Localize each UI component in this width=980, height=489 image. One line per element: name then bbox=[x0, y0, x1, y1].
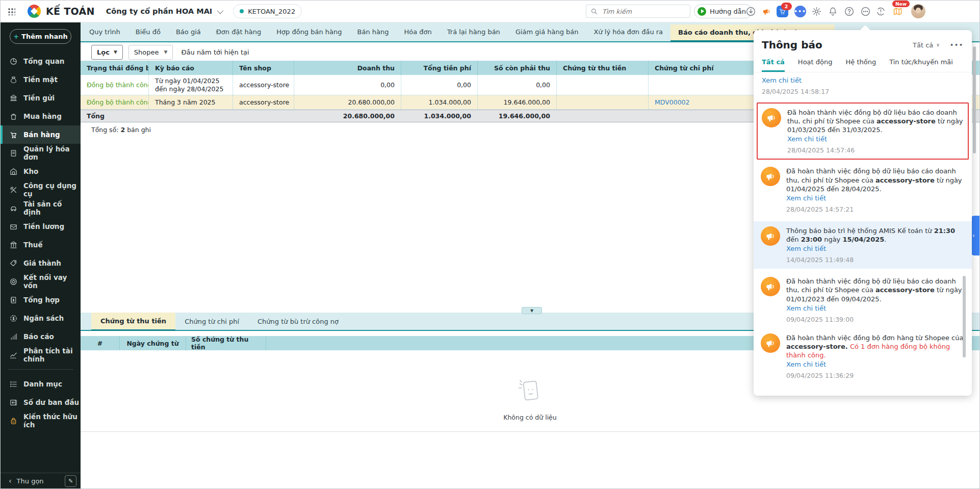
quick-add-button[interactable]: + Thêm nhanh bbox=[10, 29, 71, 44]
col-so-chung-tu[interactable]: Số chứng từ thu tiền bbox=[186, 336, 266, 350]
sidebar-item-tien-mat[interactable]: Tiền mặt bbox=[1, 70, 81, 89]
sidebar-item-ket-noi-vay-von[interactable]: Kết nối vay vốn bbox=[1, 272, 81, 291]
bell-icon[interactable] bbox=[827, 5, 839, 17]
sidebar-item-mua-hang[interactable]: Mua hàng bbox=[1, 107, 81, 125]
tab-giam-gia-hang-ban[interactable]: Giảm giá hàng bán bbox=[508, 22, 586, 41]
sidebar-item-cong-cu-dung-cu[interactable]: Công cụ dụng cụ bbox=[1, 181, 81, 199]
sync-status-icon[interactable] bbox=[874, 5, 887, 17]
notification-item[interactable]: Đã hoàn thành việc đồng bộ dữ liệu báo c… bbox=[754, 272, 972, 328]
col-ky-bao-cao[interactable]: Kỳ báo cáo bbox=[148, 61, 233, 75]
detail-link[interactable]: Xem chi tiết bbox=[786, 194, 965, 202]
sidebar-item-tai-san-co-dinh[interactable]: Tài sản cố định bbox=[1, 199, 81, 217]
tab-quy-trinh[interactable]: Quy trình bbox=[82, 22, 128, 41]
notification-item-unread[interactable]: Thông báo bảo trì hệ thống AMIS Kế toán … bbox=[754, 221, 972, 269]
sidebar-item-ngan-sach[interactable]: Ngân sách bbox=[1, 309, 81, 327]
sidebar-item-danh-muc[interactable]: Danh mục bbox=[1, 375, 81, 393]
tab-chung-tu-thu-tien[interactable]: Chứng từ thu tiền bbox=[91, 313, 175, 331]
content-bottom-divider bbox=[81, 431, 979, 432]
sidebar-item-bao-cao[interactable]: Báo cáo bbox=[1, 327, 81, 346]
pane-collapse-button[interactable]: ▼ bbox=[522, 307, 542, 314]
notification-item[interactable]: Đã hoàn thành việc đồng bộ đơn hàng từ S… bbox=[754, 328, 972, 378]
help-icon[interactable] bbox=[843, 5, 855, 17]
download-icon[interactable] bbox=[744, 5, 757, 17]
col-ngay-chung-tu[interactable]: Ngày chứng từ bbox=[119, 336, 186, 350]
sidebar-collapse-button[interactable]: ‹ Thu gọn ✎ bbox=[1, 473, 81, 488]
sidebar-item-phan-tich-tai-chinh[interactable]: Phân tích tài chính bbox=[1, 346, 81, 364]
edit-menu-icon[interactable]: ✎ bbox=[65, 475, 76, 487]
col-index[interactable]: # bbox=[81, 336, 119, 350]
tab-bieu-do[interactable]: Biểu đồ bbox=[128, 22, 168, 41]
col-ten-shop[interactable]: Tên shop bbox=[233, 61, 294, 75]
col-doanh-thu[interactable]: Doanh thu bbox=[294, 61, 401, 75]
workspace-status-dot bbox=[240, 9, 244, 13]
sidebar-item-tien-luong[interactable]: Tiền lương bbox=[1, 217, 81, 236]
notification-filter-dropdown[interactable]: Tất cả ∨ bbox=[913, 41, 940, 49]
col-chung-tu-thu-tien[interactable]: Chứng từ thu tiền bbox=[556, 61, 648, 75]
backpack-icon bbox=[9, 417, 18, 425]
col-so-con-phai-thu[interactable]: Số còn phải thu bbox=[477, 61, 556, 75]
sidebar-item-so-du-ban-dau[interactable]: Số dư ban đầu bbox=[1, 393, 81, 411]
sidebar-item-thue[interactable]: Thuế bbox=[1, 236, 81, 254]
more-icon[interactable] bbox=[859, 5, 871, 17]
tab-chung-tu-chi-phi[interactable]: Chứng từ chi phí bbox=[175, 313, 248, 330]
chevron-down-icon: ∨ bbox=[936, 42, 940, 47]
sidebar-item-quan-ly-hoa-don[interactable]: Quản lý hóa đơn bbox=[1, 144, 81, 162]
notif-tab-tin-tuc[interactable]: Tin tức/khuyến mãi bbox=[889, 58, 953, 72]
detail-link[interactable]: Xem chi tiết bbox=[786, 361, 965, 368]
main-scrollbar[interactable] bbox=[973, 46, 976, 153]
channel-select[interactable]: Shopee ▼ bbox=[128, 45, 173, 60]
workspace-pill[interactable]: KETOAN_2022 bbox=[233, 4, 302, 18]
tab-hoa-don[interactable]: Hóa đơn bbox=[397, 22, 440, 41]
gear-icon[interactable] bbox=[810, 5, 822, 17]
app-logo[interactable] bbox=[28, 5, 41, 18]
opening-balance-icon bbox=[9, 398, 18, 407]
sidebar-item-tien-gui[interactable]: Tiền gửi bbox=[1, 89, 81, 107]
sidebar-item-tong-quan[interactable]: Tổng quan bbox=[1, 52, 81, 70]
expense-doc-link[interactable]: MDV00002 bbox=[655, 98, 690, 106]
notification-more-button[interactable]: ••• bbox=[950, 42, 964, 48]
guide-button[interactable]: Hướng dẫn bbox=[694, 4, 753, 18]
notif-tab-he-thong[interactable]: Hệ thống bbox=[845, 58, 876, 72]
tab-xu-ly-hoa-don-dau-ra[interactable]: Xử lý hóa đơn đầu ra bbox=[586, 22, 670, 41]
detail-link[interactable]: Xem chi tiết bbox=[762, 76, 964, 84]
tab-ban-hang[interactable]: Bán hàng bbox=[350, 22, 397, 41]
invoice-icon bbox=[9, 149, 18, 158]
search-input[interactable] bbox=[601, 7, 680, 16]
notif-tab-tat-ca[interactable]: Tất cả bbox=[762, 58, 785, 72]
chat-icon[interactable]: ••• bbox=[794, 5, 806, 17]
tab-bao-gia[interactable]: Báo giá bbox=[168, 22, 209, 41]
col-trang-thai[interactable]: Trạng thái đồng bộ bbox=[81, 61, 148, 75]
caret-down-icon: ▼ bbox=[164, 49, 168, 55]
detail-link[interactable]: Xem chi tiết bbox=[787, 135, 964, 143]
search-box[interactable] bbox=[586, 5, 690, 18]
tab-don-dat-hang[interactable]: Đơn đặt hàng bbox=[209, 22, 269, 41]
store-cart-icon[interactable]: 2 bbox=[776, 5, 788, 17]
app-grid-icon[interactable] bbox=[8, 8, 15, 15]
notification-item[interactable]: Đã hoàn thành việc đồng bộ dữ liệu báo c… bbox=[754, 162, 972, 218]
company-selector[interactable]: Công ty cổ phần HOA MAI bbox=[106, 7, 213, 15]
sidebar-item-ban-hang[interactable]: Bán hàng bbox=[1, 125, 81, 144]
journey-map-icon[interactable]: New bbox=[891, 5, 904, 17]
sidebar-item-gia-thanh[interactable]: Giá thành bbox=[1, 254, 81, 272]
detail-link[interactable]: Xem chi tiết bbox=[786, 304, 965, 312]
sidebar-item-kien-thuc-huu-ich[interactable]: Kiến thức hữu ích bbox=[1, 411, 81, 430]
tab-chung-tu-bu-tru-cong-no[interactable]: Chứng từ bù trừ công nợ bbox=[248, 313, 348, 330]
sidebar-item-tong-hop[interactable]: Tổng hợp bbox=[1, 291, 81, 309]
detail-link[interactable]: Xem chi tiết bbox=[786, 245, 965, 252]
ledger-icon bbox=[9, 296, 18, 304]
panel-scrollbar[interactable] bbox=[963, 276, 966, 357]
col-tong-tien-phi[interactable]: Tổng tiền phí bbox=[401, 61, 477, 75]
notif-tab-hoat-dong[interactable]: Hoạt động bbox=[798, 58, 833, 72]
tab-tra-lai-hang-ban[interactable]: Trả lại hàng bán bbox=[440, 22, 508, 41]
notification-time: 28/04/2025 14:57:21 bbox=[786, 205, 965, 213]
filter-button[interactable]: Lọc ▼ bbox=[91, 45, 123, 60]
notification-item-partial[interactable]: Xem chi tiết 28/04/2025 14:58:17 bbox=[754, 72, 972, 100]
notification-text: Đã hoàn thành việc đồng bộ dữ liệu báo c… bbox=[787, 108, 964, 134]
megaphone-icon[interactable] bbox=[760, 5, 772, 17]
tools-icon bbox=[9, 186, 18, 194]
bar-chart-icon bbox=[9, 332, 18, 341]
tab-hop-dong-ban-hang[interactable]: Hợp đồng bán hàng bbox=[269, 22, 349, 41]
sidebar-item-kho[interactable]: Kho bbox=[1, 162, 81, 181]
user-avatar[interactable] bbox=[911, 4, 925, 18]
notification-item-highlighted[interactable]: Đã hoàn thành việc đồng bộ dữ liệu báo c… bbox=[757, 102, 969, 160]
